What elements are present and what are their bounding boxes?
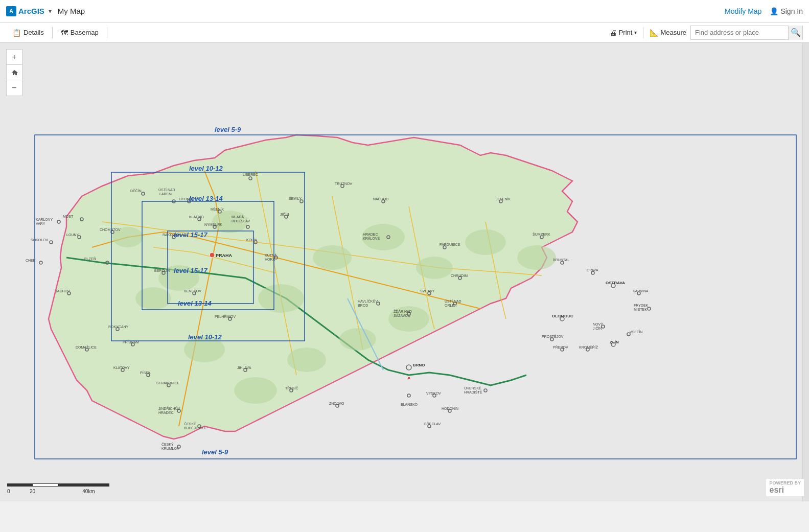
search-icon: 🔍: [791, 28, 801, 37]
svg-text:PÍSEK: PÍSEK: [140, 371, 151, 375]
zoom-out-button[interactable]: −: [7, 80, 22, 96]
svg-text:PŘEROV: PŘEROV: [553, 345, 568, 349]
svg-point-7: [416, 257, 453, 279]
nav-right: Modify Map 👤 Sign In: [725, 7, 803, 15]
arcgis-brand-text: ArcGIS: [18, 7, 44, 15]
measure-button[interactable]: 📐 Measure: [650, 29, 686, 37]
esri-brand-text: esri: [769, 485, 801, 495]
search-button[interactable]: 🔍: [788, 26, 802, 40]
svg-point-66: [407, 377, 410, 380]
zoom-in-button[interactable]: +: [7, 50, 22, 65]
svg-text:KOLÍN: KOLÍN: [246, 238, 257, 242]
toolbar-separator-2: [107, 27, 107, 38]
map-title: My Map: [58, 7, 85, 15]
basemap-button[interactable]: 🗺 Basemap: [55, 22, 105, 43]
svg-text:BLANSKO: BLANSKO: [401, 403, 418, 406]
scale-bar-segment2: [33, 483, 58, 487]
svg-text:RAKOVNÍK: RAKOVNÍK: [163, 233, 181, 237]
svg-text:OSTRAVA: OSTRAVA: [606, 281, 625, 285]
esri-logo: POWERED BY esri: [766, 479, 804, 496]
svg-text:OLOMOUC: OLOMOUC: [552, 314, 573, 318]
svg-text:JIČÍN: JIČÍN: [280, 212, 289, 216]
svg-text:SOKOLOV: SOKOLOV: [31, 238, 49, 242]
svg-text:BRNO: BRNO: [413, 363, 425, 367]
svg-text:HRADECKRÁLOVÉ: HRADECKRÁLOVÉ: [363, 233, 380, 240]
svg-point-4: [258, 284, 304, 313]
home-button[interactable]: [7, 65, 22, 80]
svg-text:KLATOVY: KLATOVY: [113, 366, 130, 369]
svg-text:SVITAVY: SVITAVY: [420, 289, 435, 293]
svg-text:KROMĚŘÍŽ: KROMĚŘÍŽ: [579, 345, 598, 349]
sign-in-button[interactable]: 👤 Sign In: [770, 7, 803, 15]
svg-text:PROSTĚJOV: PROSTĚJOV: [542, 334, 564, 338]
svg-point-8: [465, 229, 506, 255]
svg-text:SEMILY: SEMILY: [289, 197, 302, 200]
svg-text:PRAHA: PRAHA: [216, 253, 233, 258]
measure-label: Measure: [660, 29, 686, 36]
svg-text:TŘEBÍČ: TŘEBÍČ: [285, 386, 298, 390]
print-dropdown-icon: ▾: [634, 30, 637, 35]
map-area[interactable]: PRAHA PLZEŇ MOST DĚČÍN ÚSTÍ NADLABEM LIB…: [0, 43, 809, 501]
details-label: Details: [24, 29, 44, 36]
svg-text:JESENÍK: JESENÍK: [496, 197, 511, 201]
scale-bar-segment1: [7, 483, 33, 487]
sign-in-label: Sign In: [780, 7, 803, 15]
svg-text:BŘECLAV: BŘECLAV: [424, 422, 441, 426]
svg-point-13: [287, 348, 326, 372]
svg-text:CHEB: CHEB: [26, 259, 36, 262]
right-scrollbar[interactable]: [802, 43, 809, 501]
svg-text:PŘÍBRAM: PŘÍBRAM: [123, 340, 139, 344]
details-button[interactable]: 📋 Details: [6, 22, 50, 43]
svg-text:BENEŠOV: BENEŠOV: [184, 289, 201, 293]
print-icon: 🖨: [610, 29, 617, 37]
svg-text:OPAVA: OPAVA: [587, 268, 598, 272]
svg-text:LIBEREC: LIBEREC: [243, 173, 258, 176]
svg-point-16: [210, 252, 215, 258]
measure-icon: 📐: [650, 29, 658, 37]
toolbar: 📋 Details 🗺 Basemap 🖨 Print ▾ 📐 Measure …: [0, 22, 809, 43]
scale-label-40: 40km: [82, 489, 95, 494]
scale-bar-line: [7, 482, 109, 488]
nav-chevron-icon[interactable]: ▾: [49, 8, 52, 15]
svg-text:ZLÍN: ZLÍN: [610, 340, 619, 344]
details-icon: 📋: [12, 29, 21, 37]
svg-text:CHRUDIM: CHRUDIM: [451, 274, 468, 277]
svg-text:JIHLAVA: JIHLAVA: [237, 366, 251, 369]
scale-bar: 0 20 40km: [7, 482, 109, 494]
svg-text:ŠUMPERK: ŠUMPERK: [533, 232, 550, 236]
svg-point-12: [234, 377, 277, 404]
svg-text:TACHOV: TACHOV: [55, 289, 70, 293]
svg-text:LOUNY: LOUNY: [66, 233, 79, 237]
search-input[interactable]: [691, 26, 788, 39]
svg-text:KLADNO: KLADNO: [189, 215, 204, 219]
svg-text:STRAKONICE: STRAKONICE: [156, 381, 180, 385]
arcgis-logo[interactable]: A ArcGIS: [6, 6, 44, 16]
svg-text:DOMAŽLICE: DOMAŽLICE: [76, 345, 97, 349]
search-box: 🔍: [690, 26, 803, 40]
toolbar-separator-1: [52, 27, 53, 38]
powered-by-text: POWERED BY: [769, 480, 801, 485]
basemap-icon: 🗺: [61, 29, 68, 37]
svg-text:FRYDEKMISTEK: FRYDEKMISTEK: [634, 304, 649, 311]
svg-point-9: [517, 245, 556, 270]
toolbar-right: 🖨 Print ▾ 📐 Measure 🔍: [610, 26, 803, 40]
svg-text:PELHŘIMOV: PELHŘIMOV: [215, 314, 236, 318]
svg-point-10: [135, 287, 171, 310]
svg-text:MĚLNÍK: MĚLNÍK: [211, 207, 224, 211]
svg-text:VSETÍN: VSETÍN: [630, 330, 642, 334]
nav-left: A ArcGIS ▾ My Map: [6, 6, 85, 16]
basemap-label: Basemap: [71, 29, 99, 36]
svg-text:KARVINA: KARVINA: [633, 289, 649, 293]
svg-text:ZNOJMO: ZNOJMO: [329, 402, 344, 405]
svg-text:PLZEŇ: PLZEŇ: [84, 257, 96, 261]
svg-text:MOST: MOST: [63, 215, 74, 218]
svg-text:VYSKOV: VYSKOV: [426, 391, 441, 395]
modify-map-button[interactable]: Modify Map: [725, 7, 761, 15]
scale-label-20: 20: [30, 489, 35, 494]
scale-bar-labels: 0 20 40km: [7, 489, 95, 494]
svg-point-14: [339, 328, 376, 351]
scale-bar-segment3: [58, 483, 109, 487]
toolbar-separator-3: [643, 27, 643, 38]
print-button[interactable]: 🖨 Print ▾: [610, 29, 637, 37]
svg-text:TRUTNOV: TRUTNOV: [335, 182, 352, 186]
